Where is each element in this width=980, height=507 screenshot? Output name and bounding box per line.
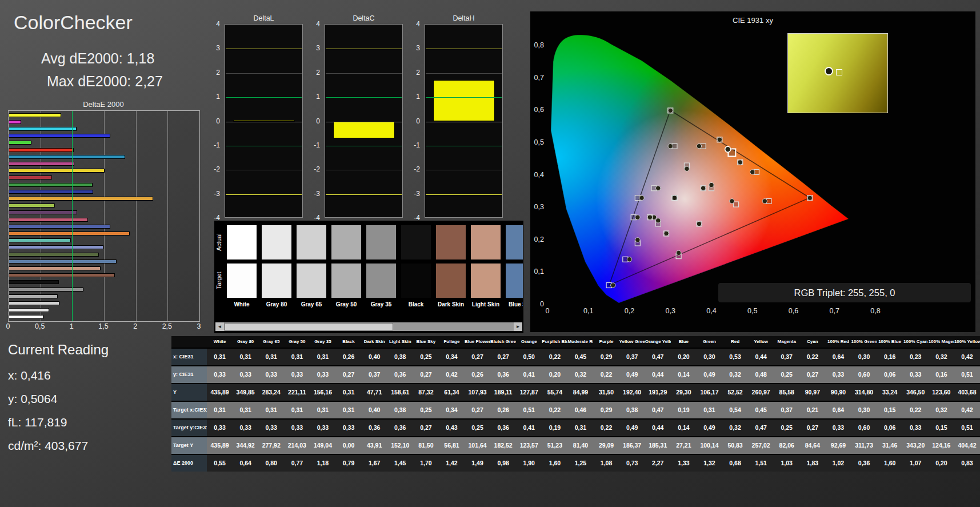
y-tick-label: -3 xyxy=(214,190,220,198)
deltae-bar-row xyxy=(9,111,199,118)
table-cell: 0,49 xyxy=(619,366,645,383)
table-cell: 0,41 xyxy=(516,420,542,436)
swatch-actual-light-skin[interactable] xyxy=(471,225,501,260)
table-cell: 0,27 xyxy=(335,366,361,383)
y-tick-label: 4 xyxy=(416,20,420,28)
y-tick-label: 4 xyxy=(216,20,220,28)
deltae-bar-100-cyan xyxy=(9,127,77,131)
cie-x-tick: 0,1 xyxy=(580,307,597,315)
swatch-label: Gray 50 xyxy=(331,301,361,308)
table-cell: 0,22 xyxy=(542,402,567,418)
table-cell: 1,08 xyxy=(593,455,619,472)
y-tick-label: 0 xyxy=(216,117,220,125)
table-cell: 0,33 xyxy=(207,420,233,436)
swatch-target-gray-65[interactable] xyxy=(297,264,326,298)
y-tick-label: 1 xyxy=(316,93,320,101)
swatch-scrollbar[interactable]: ◄ ► xyxy=(215,322,522,331)
swatch-target-blue-sky[interactable] xyxy=(506,264,523,298)
delta-gridline xyxy=(226,194,302,195)
swatch-actual-gray-35[interactable] xyxy=(366,225,396,260)
scroll-left-arrow[interactable]: ◄ xyxy=(215,322,224,331)
target-swatch-row xyxy=(227,264,523,298)
scrollbar-thumb[interactable] xyxy=(225,323,393,330)
table-cell: 81,50 xyxy=(413,437,439,454)
swatch-actual-gray-65[interactable] xyxy=(297,225,326,260)
table-cell: 277,92 xyxy=(258,437,284,454)
table-cell: 0,36 xyxy=(362,420,387,436)
column-header-magenta: Magenta xyxy=(774,336,799,348)
y-tick-label: 2 xyxy=(216,69,220,77)
swatch-label: Dark Skin xyxy=(436,301,466,308)
swatch-actual-blue-sky[interactable] xyxy=(506,225,523,260)
cie-y-tick: 0,8 xyxy=(530,41,544,49)
table-cell: 0,33 xyxy=(284,366,310,383)
swatch-actual-white[interactable] xyxy=(227,225,257,260)
table-cell: 0,00 xyxy=(335,437,361,454)
table-cell: 31,50 xyxy=(593,384,619,401)
swatch-actual-gray-50[interactable] xyxy=(331,225,361,260)
deltae-bar-gray-65 xyxy=(9,301,59,305)
table-cell: 106,17 xyxy=(697,384,722,401)
table-cell: 50,83 xyxy=(722,437,748,454)
y-tick-label: -2 xyxy=(214,165,220,173)
table-cell: 0,31 xyxy=(284,402,310,418)
page-title: ColorChecker xyxy=(14,11,133,34)
deltah-chart: DeltaH 43210-1-2-3-4 xyxy=(425,24,503,218)
table-cell: 435,89 xyxy=(207,437,233,454)
swatch-target-light-skin[interactable] xyxy=(471,264,501,298)
deltae-bar-yellow xyxy=(9,169,105,173)
table-cell: 27,21 xyxy=(671,437,697,454)
table-cell: 0,33 xyxy=(903,366,929,383)
column-header-100-cyan: 100% Cyan xyxy=(903,336,929,348)
cie-y-tick: 0,5 xyxy=(530,138,544,146)
table-cell: 0,37 xyxy=(619,349,645,365)
deltae-bar-purple xyxy=(9,210,77,214)
table-cell: 260,97 xyxy=(748,384,774,401)
table-cell: 0,27 xyxy=(799,366,825,383)
deltae-bar-row xyxy=(9,146,199,153)
swatch-labels: WhiteGray 80Gray 65Gray 50Gray 35BlackDa… xyxy=(227,301,523,308)
table-cell: 0,43 xyxy=(439,420,465,436)
swatch-target-gray-50[interactable] xyxy=(331,264,361,298)
delta-gridline xyxy=(426,194,502,195)
column-header-green: Green xyxy=(697,336,722,348)
scroll-right-arrow[interactable]: ► xyxy=(514,322,522,331)
swatch-actual-dark-skin[interactable] xyxy=(436,225,466,260)
table-cell: 0,14 xyxy=(671,420,697,436)
swatch-actual-gray-80[interactable] xyxy=(262,225,291,260)
actual-swatch-row xyxy=(227,225,523,260)
table-cell: 0,50 xyxy=(516,349,542,365)
table-cell: 0,31 xyxy=(207,349,233,365)
y-tick-label: -1 xyxy=(214,141,220,149)
table-cell: 31,46 xyxy=(877,437,903,454)
swatch-target-white[interactable] xyxy=(227,264,257,298)
deltae-bar-black xyxy=(9,280,59,284)
table-cell: 283,24 xyxy=(258,384,284,401)
measured-marker-100-magenta xyxy=(676,250,681,255)
swatch-target-gray-35[interactable] xyxy=(366,264,396,298)
table-cell: 0,44 xyxy=(748,349,774,365)
table-cell: 0,32 xyxy=(722,366,748,383)
table-cell: 0,27 xyxy=(465,349,490,365)
x-tick-label: 2,5 xyxy=(162,322,172,330)
cie-x-tick: 0 xyxy=(539,307,556,315)
table-cell: 0,22 xyxy=(903,402,929,418)
column-header-light-skin: Light Skin xyxy=(387,336,413,348)
table-cell: 0,83 xyxy=(954,455,980,472)
table-cell: 0,32 xyxy=(567,366,593,383)
table-cell: 90,97 xyxy=(799,384,825,401)
deltah-y-axis: 43210-1-2-3-4 xyxy=(409,24,422,218)
table-cell: 92,69 xyxy=(825,437,851,454)
table-cell: 0,79 xyxy=(335,455,361,472)
target-row-label: Target xyxy=(215,264,226,298)
swatch-actual-black[interactable] xyxy=(401,225,431,260)
deltae-bar-100-red xyxy=(9,148,74,152)
swatch-target-dark-skin[interactable] xyxy=(436,264,466,298)
y-tick-label: -2 xyxy=(314,165,320,173)
swatch-target-gray-80[interactable] xyxy=(262,264,291,298)
deltae-bar-white xyxy=(9,315,43,319)
y-tick-label: 3 xyxy=(416,44,420,52)
table-cell: 0,40 xyxy=(362,402,387,418)
table-cell: 0,19 xyxy=(671,402,697,418)
swatch-target-black[interactable] xyxy=(401,264,431,298)
